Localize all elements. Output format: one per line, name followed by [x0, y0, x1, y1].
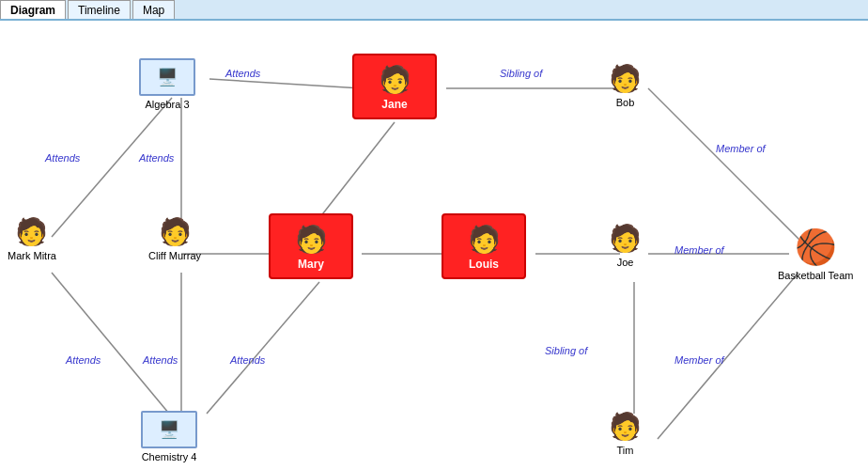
node-bob[interactable]: 🧑 Bob	[609, 63, 642, 108]
edge-label-attends-1: Attends	[225, 68, 260, 79]
edge-label-member-joe: Member of	[674, 244, 724, 256]
tab-diagram[interactable]: Diagram	[0, 0, 66, 19]
node-louis-label: Louis	[469, 258, 499, 271]
node-chemistry4-label: Chemistry 4	[142, 451, 197, 462]
node-joe-label: Joe	[617, 257, 634, 268]
tab-map[interactable]: Map	[132, 0, 175, 19]
edge-label-attends-cliff: Attends	[139, 152, 174, 164]
node-joe[interactable]: 🧑 Joe	[609, 223, 642, 268]
canvas: Attends Sibling of Member of Attends Att…	[0, 21, 868, 470]
node-mary[interactable]: 🧑 Mary	[269, 213, 353, 279]
node-cliff-murray[interactable]: 🧑 Cliff Murray	[148, 216, 201, 261]
node-chemistry4[interactable]: 🖥️ Chemistry 4	[141, 411, 197, 462]
tab-timeline[interactable]: Timeline	[68, 0, 131, 19]
node-basketball-team[interactable]: 🏀 Basketball Team	[778, 227, 854, 281]
svg-line-2	[648, 88, 806, 246]
edge-label-attends-mark: Attends	[45, 152, 80, 164]
edge-label-attends-mary: Attends	[230, 354, 265, 366]
node-bob-label: Bob	[616, 97, 635, 108]
tab-bar: Diagram Timeline Map	[0, 0, 868, 21]
edge-label-member-tim: Member of	[674, 354, 724, 366]
node-algebra3-label: Algebra 3	[145, 99, 189, 110]
svg-line-12	[207, 282, 319, 414]
edge-label-attends-mark2: Attends	[66, 354, 101, 366]
edge-label-sibling-bob: Sibling of	[500, 68, 542, 79]
edge-label-sibling-tim: Sibling of	[545, 345, 587, 356]
node-tim-label: Tim	[617, 445, 634, 456]
svg-line-5	[319, 122, 395, 218]
svg-line-0	[209, 79, 362, 88]
edge-label-member-bob: Member of	[716, 143, 766, 154]
node-jane-label: Jane	[381, 98, 407, 111]
node-mary-label: Mary	[298, 258, 324, 271]
node-louis[interactable]: 🧑 Louis	[442, 213, 526, 279]
node-mark-mitra[interactable]: 🧑 Mark Mitra	[8, 216, 56, 261]
node-mark-label: Mark Mitra	[8, 250, 56, 261]
edge-label-attends-cliff2: Attends	[143, 354, 178, 366]
node-basketball-label: Basketball Team	[778, 270, 854, 281]
node-tim[interactable]: 🧑 Tim	[609, 411, 642, 456]
node-jane[interactable]: 🧑 Jane	[352, 54, 437, 119]
node-algebra3[interactable]: 🖥️ Algebra 3	[139, 58, 195, 110]
node-cliff-label: Cliff Murray	[148, 250, 201, 261]
svg-line-10	[52, 273, 169, 414]
